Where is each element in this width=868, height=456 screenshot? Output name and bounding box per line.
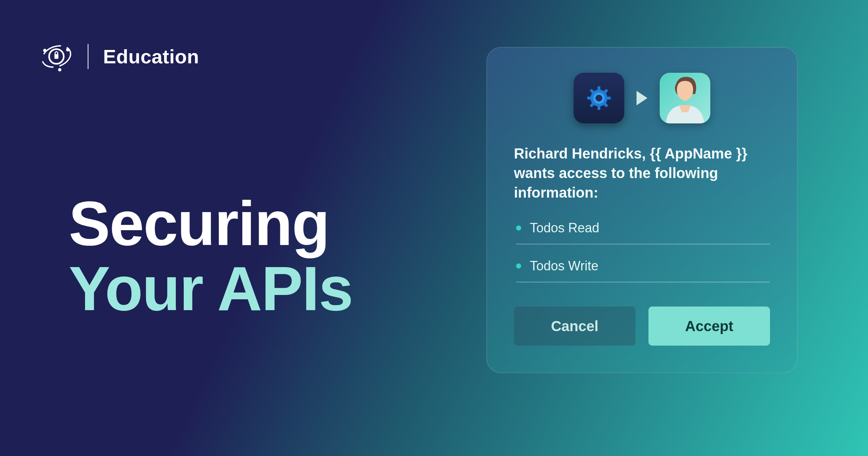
user-avatar-tile bbox=[660, 73, 710, 123]
brand-logo bbox=[40, 40, 73, 73]
header: Education bbox=[40, 40, 199, 73]
permission-divider bbox=[516, 282, 770, 283]
permission-item: Todos Write bbox=[516, 258, 770, 274]
arrow-right-icon bbox=[637, 91, 647, 105]
consent-message: Richard Hendricks, {{ AppName }} wants a… bbox=[514, 144, 770, 202]
gear-icon bbox=[585, 84, 613, 112]
svg-rect-1 bbox=[54, 54, 58, 59]
hero-line-2: Your APIs bbox=[69, 255, 353, 322]
consent-icon-row bbox=[514, 73, 770, 123]
svg-point-5 bbox=[58, 68, 61, 71]
app-icon-tile bbox=[574, 73, 624, 123]
svg-rect-11 bbox=[607, 97, 611, 100]
avatar-icon bbox=[660, 73, 710, 123]
hero-title: Securing Your APIs bbox=[69, 192, 353, 322]
permission-item: Todos Read bbox=[516, 220, 770, 236]
permission-label: Todos Read bbox=[530, 220, 599, 236]
header-divider bbox=[88, 44, 89, 69]
permission-divider bbox=[516, 244, 770, 245]
svg-point-3 bbox=[43, 49, 46, 52]
accept-button[interactable]: Accept bbox=[648, 307, 770, 346]
permission-label: Todos Write bbox=[530, 258, 598, 274]
cancel-button[interactable]: Cancel bbox=[514, 307, 635, 346]
hero-line-1: Securing bbox=[69, 192, 353, 255]
svg-point-4 bbox=[66, 48, 69, 51]
brand-text: Education bbox=[103, 45, 199, 68]
bullet-icon bbox=[516, 263, 521, 269]
consent-card: Richard Hendricks, {{ AppName }} wants a… bbox=[486, 47, 797, 373]
svg-rect-8 bbox=[597, 86, 600, 90]
permission-list: Todos Read Todos Write bbox=[516, 220, 770, 283]
consent-actions: Cancel Accept bbox=[514, 307, 770, 346]
svg-rect-10 bbox=[587, 97, 591, 100]
bullet-icon bbox=[516, 225, 521, 231]
svg-rect-9 bbox=[597, 106, 600, 110]
orbit-lock-icon bbox=[40, 40, 73, 73]
